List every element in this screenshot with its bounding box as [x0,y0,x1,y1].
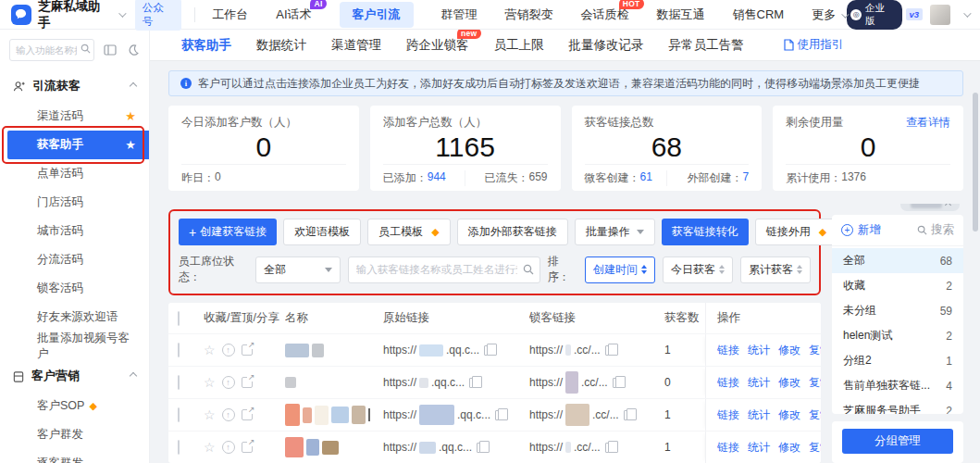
sidebar-item-batch-video-customers[interactable]: 批量添加视频号客户 [0,332,149,360]
action-stats[interactable]: 统计 [748,375,770,391]
action-copy[interactable]: 复制 [809,407,821,423]
sidebar-item-order-code[interactable]: 点单活码 [0,159,149,188]
sidebar-group-acquisition[interactable]: 引流获客 [0,70,149,102]
row-checkbox[interactable] [178,440,180,455]
workspace-chevron-down-icon[interactable] [118,9,126,17]
copy-icon[interactable] [469,378,478,388]
action-copy[interactable]: 复制 [809,375,821,391]
select-all-checkbox[interactable] [178,311,180,326]
sidebar-item-channel-code[interactable]: 渠道活码★ [0,102,149,131]
copy-icon[interactable] [605,443,614,453]
action-edit[interactable]: 修改 [778,375,800,391]
nav-workbench[interactable]: 工作台 [212,6,248,23]
row-checkbox[interactable] [178,375,180,390]
action-link[interactable]: 链接 [717,407,739,423]
row-checkbox[interactable] [178,343,180,357]
tab-batch-modify-log[interactable]: 批量修改记录 [569,37,644,54]
star-icon[interactable]: ★ [125,138,136,152]
user-avatar[interactable] [930,5,950,25]
star-icon[interactable]: ★ [125,109,136,123]
sort-today-button[interactable]: 今日获客 [663,257,733,283]
dark-mode-moon-icon[interactable] [125,42,142,58]
external-use-button[interactable]: 链接外用◆ [755,219,837,245]
action-copy[interactable]: 复制 [809,440,821,456]
nav-chat-inspection[interactable]: 会话质检HOT [581,6,629,23]
welcome-template-button[interactable]: 欢迎语模板 [283,219,361,245]
sidebar-group-marketing[interactable]: 客户营销 [0,360,149,392]
pin-top-icon[interactable]: ↑ [222,376,235,389]
sort-create-time-button[interactable]: 创建时间 [585,257,655,283]
scrollbar-thumb[interactable] [973,93,978,232]
sort-total-button[interactable]: 累计获客 [740,257,811,283]
sidebar-item-customer-sop[interactable]: 客户SOP◆ [0,392,149,420]
group-search-button[interactable]: 搜索 [917,222,954,238]
share-external-icon[interactable] [242,377,253,388]
sidebar-item-friend-welcome[interactable]: 好友来源欢迎语 [0,303,149,332]
sidebar-item-city-code[interactable]: 城市活码 [0,217,149,245]
action-edit[interactable]: 修改 [778,407,800,423]
favorite-star-icon[interactable]: ☆ [204,407,216,422]
tab-data-statistics[interactable]: 数据统计 [256,37,306,54]
group-manage-button[interactable]: 分组管理 [842,429,953,454]
group-item-presales[interactable]: 售前单独获客链...4 [832,373,963,398]
tab-acquisition-assistant[interactable]: 获客助手 [181,37,231,54]
action-link[interactable]: 链接 [717,440,739,456]
row-checkbox[interactable] [178,407,180,422]
action-stats[interactable]: 统计 [748,343,770,358]
sidebar-item-store-code[interactable]: 门店活码 [0,188,149,217]
action-edit[interactable]: 修改 [778,343,800,358]
group-item-favorites[interactable]: 收藏2 [832,273,963,298]
staff-template-button[interactable]: 员工模板◆ [367,219,450,245]
nav-group-management[interactable]: 群管理 [441,6,478,23]
group-item-all[interactable]: 全部68 [832,248,963,273]
action-link[interactable]: 链接 [717,375,739,391]
user-menu-chevron-down-icon[interactable] [963,9,971,17]
nav-ai-script[interactable]: AI话术AI [276,6,311,23]
copy-icon[interactable] [613,378,621,388]
add-external-link-button[interactable]: 添加外部获客链接 [457,219,568,245]
action-stats[interactable]: 统计 [748,440,770,456]
account-type-badge[interactable]: 公众号 [135,0,181,31]
sidebar-item-chase-broadcast[interactable]: 逐客群发 [0,449,149,463]
view-details-link[interactable]: 查看详情 [906,115,950,131]
nav-marketing-fission[interactable]: 营销裂变 [505,6,553,23]
pin-top-icon[interactable]: ↑ [222,408,235,421]
share-external-icon[interactable] [242,344,253,356]
sidebar-item-lock-code[interactable]: 锁客活码 [0,274,149,303]
copy-icon[interactable] [605,345,614,356]
copy-icon[interactable] [484,345,492,356]
sidebar-item-acquisition-assistant[interactable]: 获客助手★ [7,131,149,159]
share-external-icon[interactable] [242,409,253,420]
group-item-group2[interactable]: 分组21 [832,348,963,373]
action-copy[interactable]: 复制 [809,343,821,358]
tab-staff-limit[interactable]: 员工上限 [494,37,544,54]
sidebar-item-split-code[interactable]: 分流活码 [0,245,149,274]
copy-icon[interactable] [477,443,485,453]
link-search-input[interactable] [348,257,540,283]
share-external-icon[interactable] [242,442,253,453]
favorite-star-icon[interactable]: ☆ [204,343,216,357]
create-link-button[interactable]: +创建获客链接 [179,219,277,245]
tab-cross-company-lock[interactable]: 跨企业锁客new [406,37,469,54]
pin-top-icon[interactable]: ↑ [222,441,235,454]
action-edit[interactable]: 修改 [778,440,800,456]
collapse-overview-pill[interactable] [900,204,960,211]
nav-customer-acquisition[interactable]: 客户引流 [340,2,414,28]
copy-icon[interactable] [495,410,503,420]
copy-icon[interactable] [624,410,632,420]
action-stats[interactable]: 统计 [748,407,770,423]
nav-sales-crm[interactable]: 销售CRM [733,6,785,23]
collapse-panel-icon[interactable] [102,42,118,58]
group-item-service-assistant[interactable]: 芝麻服务号助手2 [832,398,963,414]
batch-operation-button[interactable]: 批量操作 [575,219,655,245]
usage-guide-link[interactable]: 使用指引 [784,37,844,53]
favorite-star-icon[interactable]: ☆ [204,375,216,390]
tab-channel-management[interactable]: 渠道管理 [331,37,381,54]
nav-more[interactable]: 更多 [812,6,847,23]
tab-abnormal-staff-alert[interactable]: 异常员工告警 [669,37,744,54]
seat-status-select[interactable]: 全部 [255,257,341,283]
nav-data-exchange[interactable]: 数据互通 [657,6,705,23]
favorite-star-icon[interactable]: ☆ [204,440,216,455]
pin-top-icon[interactable]: ↑ [222,344,235,357]
sidebar-item-customer-broadcast[interactable]: 客户群发 [0,420,149,449]
